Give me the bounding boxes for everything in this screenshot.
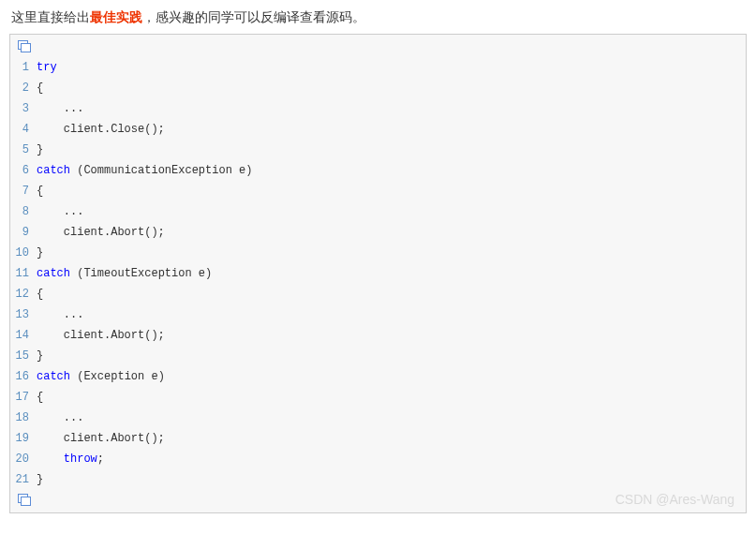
- line-number: 5: [10, 140, 37, 160]
- intro-text: 这里直接给出最佳实践，感兴趣的同学可以反编译查看源码。: [11, 9, 747, 26]
- code-line: 21}: [10, 469, 738, 490]
- code-line: 15}: [10, 346, 738, 366]
- code-line: 10}: [10, 243, 738, 263]
- code-line: 20 throw;: [10, 449, 738, 469]
- code-line: 2{: [10, 78, 738, 98]
- code-text: {: [37, 78, 43, 98]
- code-text: ...: [37, 304, 83, 325]
- line-number: 11: [10, 263, 37, 284]
- code-text: {: [37, 284, 43, 304]
- code-line: 7{: [10, 181, 738, 201]
- line-number: 6: [10, 160, 37, 181]
- code-line: 5}: [10, 140, 738, 160]
- code-line: 4 client.Close();: [10, 119, 738, 140]
- code-text: }: [37, 140, 43, 160]
- code-line: 9 client.Abort();: [10, 222, 738, 243]
- code-text: }: [37, 469, 43, 490]
- intro-highlight: 最佳实践: [90, 9, 142, 24]
- code-text: }: [37, 346, 43, 366]
- code-text: ...: [37, 98, 83, 119]
- code-line: 8 ...: [10, 201, 738, 222]
- code-text: client.Abort();: [37, 428, 165, 449]
- code-text: }: [37, 243, 43, 263]
- line-number: 14: [10, 325, 37, 346]
- code-text: throw;: [37, 449, 104, 469]
- line-number: 16: [10, 366, 37, 387]
- code-line: 3 ...: [10, 98, 738, 119]
- code-text: catch (Exception e): [37, 366, 165, 387]
- code-line: 6catch (CommunicationException e): [10, 160, 738, 181]
- code-text: catch (CommunicationException e): [37, 160, 252, 181]
- line-number: 20: [10, 449, 37, 469]
- code-line: 11catch (TimeoutException e): [10, 263, 738, 284]
- line-number: 3: [10, 98, 37, 119]
- code-text: ...: [37, 201, 83, 222]
- code-line: 12{: [10, 284, 738, 304]
- code-line: 18 ...: [10, 408, 738, 428]
- line-number: 15: [10, 346, 37, 366]
- code-text: catch (TimeoutException e): [37, 263, 212, 284]
- line-number: 2: [10, 78, 37, 98]
- code-text: client.Abort();: [37, 325, 165, 346]
- code-text: client.Close();: [37, 119, 165, 140]
- code-line: 14 client.Abort();: [10, 325, 738, 346]
- line-number: 1: [10, 57, 37, 78]
- copy-icon[interactable]: [18, 40, 31, 52]
- line-number: 13: [10, 304, 37, 325]
- code-line: 13 ...: [10, 304, 738, 325]
- intro-post: ，感兴趣的同学可以反编译查看源码。: [142, 9, 365, 24]
- code-line: 19 client.Abort();: [10, 428, 738, 449]
- line-number: 7: [10, 181, 37, 201]
- line-number: 18: [10, 408, 37, 428]
- code-block: 1try2{3 ...4 client.Close();5}6catch (Co…: [9, 34, 747, 513]
- line-number: 9: [10, 222, 37, 243]
- toolbar-bottom: [10, 490, 746, 511]
- code-content: 1try2{3 ...4 client.Close();5}6catch (Co…: [10, 57, 746, 490]
- code-text: ...: [37, 408, 83, 428]
- line-number: 4: [10, 119, 37, 140]
- code-text: try: [37, 57, 57, 78]
- code-line: 17{: [10, 387, 738, 408]
- line-number: 21: [10, 469, 37, 490]
- line-number: 17: [10, 387, 37, 408]
- line-number: 10: [10, 243, 37, 263]
- code-text: client.Abort();: [37, 222, 165, 243]
- line-number: 8: [10, 201, 37, 222]
- code-text: {: [37, 181, 43, 201]
- code-text: {: [37, 387, 43, 408]
- code-line: 16catch (Exception e): [10, 366, 738, 387]
- line-number: 19: [10, 428, 37, 449]
- intro-pre: 这里直接给出: [11, 9, 90, 24]
- code-line: 1try: [10, 57, 738, 78]
- line-number: 12: [10, 284, 37, 304]
- toolbar-top: [10, 37, 746, 57]
- copy-icon[interactable]: [18, 494, 31, 505]
